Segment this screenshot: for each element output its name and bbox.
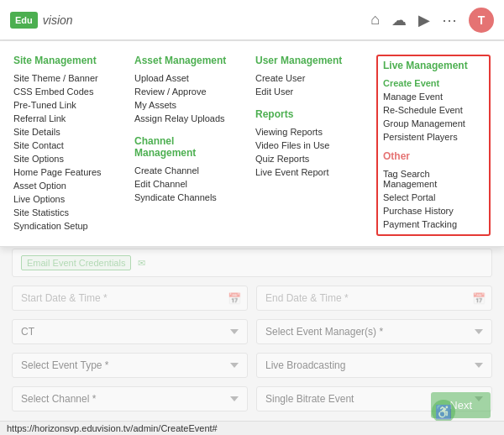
event-type-select[interactable]: Select Event Type * xyxy=(12,353,248,378)
menu-syndicate-channels[interactable]: Syndicate Channels xyxy=(134,191,235,204)
end-date-group: 📅 xyxy=(256,286,492,311)
reports-title: Reports xyxy=(255,108,356,120)
accessibility-button[interactable]: ♿ xyxy=(432,400,455,423)
menu-live-event-report[interactable]: Live Event Report xyxy=(255,165,356,179)
live-management-column: Live Management Create Event Manage Even… xyxy=(376,55,491,236)
menu-create-event[interactable]: Create Event xyxy=(383,76,484,90)
menu-site-contact[interactable]: Site Contact xyxy=(13,139,114,152)
stream-type-group: Live Broadcasting xyxy=(256,353,492,378)
start-date-wrapper: 📅 xyxy=(12,286,248,311)
menu-site-options[interactable]: Site Options xyxy=(13,152,114,165)
avatar[interactable]: T xyxy=(469,8,494,33)
channel-select[interactable]: Select Channel * xyxy=(12,386,248,411)
timezone-group: CT xyxy=(12,319,248,344)
menu-upload-asset[interactable]: Upload Asset xyxy=(134,71,235,85)
live-management-title: Live Management xyxy=(383,60,484,71)
email-icon: ✉ xyxy=(138,258,145,269)
logo-text: vision xyxy=(43,13,73,27)
menu-syndication[interactable]: Syndication Setup xyxy=(13,219,114,233)
calendar-icon-start: 📅 xyxy=(228,292,241,305)
menu-asset-option[interactable]: Asset Option xyxy=(13,179,114,192)
menu-edit-channel[interactable]: Edit Channel xyxy=(134,177,235,191)
event-manager-select[interactable]: Select Event Manager(s) * xyxy=(256,319,492,344)
menu-tag-search[interactable]: Tag Search Management xyxy=(383,167,484,191)
menu-pre-tuned[interactable]: Pre-Tuned Link xyxy=(13,98,114,112)
start-date-input[interactable] xyxy=(12,286,248,311)
channel-management-title: Channel Management xyxy=(134,135,235,159)
asset-channel-column: Asset Management Upload Asset Review / A… xyxy=(134,55,235,236)
menu-live-options[interactable]: Live Options xyxy=(13,192,114,206)
menu-manage-event[interactable]: Manage Event xyxy=(383,90,484,103)
asset-management-section: Asset Management Upload Asset Review / A… xyxy=(134,55,235,125)
menu-video-files[interactable]: Video Files in Use xyxy=(255,139,356,152)
home-icon[interactable]: ⌂ xyxy=(370,11,380,29)
channel-group: Select Channel * xyxy=(12,386,248,411)
menu-purchase-history[interactable]: Purchase History xyxy=(383,204,484,218)
logo-icon: Edu xyxy=(10,12,38,29)
menu-my-assets[interactable]: My Assets xyxy=(134,98,235,112)
menu-site-theme[interactable]: Site Theme / Banner xyxy=(13,71,114,85)
menu-create-user[interactable]: Create User xyxy=(255,71,356,85)
user-management-section: User Management Create User Edit User xyxy=(255,55,356,98)
start-date-group: 📅 xyxy=(12,286,248,311)
menu-home-features[interactable]: Home Page Features xyxy=(13,165,114,179)
menu-viewing-reports[interactable]: Viewing Reports xyxy=(255,125,356,139)
menu-group-management[interactable]: Group Management xyxy=(383,117,484,130)
channel-management-section: Channel Management Create Channel Edit C… xyxy=(134,135,235,204)
calendar-icon-end: 📅 xyxy=(472,292,486,305)
header-actions: ⌂ ☁ ▶ ⋯ T xyxy=(370,8,494,33)
menu-select-portal[interactable]: Select Portal xyxy=(383,191,484,204)
end-date-input[interactable] xyxy=(256,286,492,311)
timezone-select[interactable]: CT xyxy=(12,319,248,344)
stream-type-select[interactable]: Live Broadcasting xyxy=(256,353,492,378)
date-row: 📅 📅 xyxy=(12,286,492,311)
channel-bitrate-row: Select Channel * Single Bitrate Event xyxy=(12,386,492,411)
grid-icon[interactable]: ⋯ xyxy=(442,11,457,29)
event-type-group: Select Event Type * xyxy=(12,353,248,378)
reports-section: Reports Viewing Reports Video Files in U… xyxy=(255,108,356,179)
timezone-manager-row: CT Select Event Manager(s) * xyxy=(12,319,492,344)
email-tag: Email Event Credentials xyxy=(21,255,131,270)
mega-menu: Site Management Site Theme / Banner CSS … xyxy=(0,40,504,247)
user-reports-column: User Management Create User Edit User Re… xyxy=(255,55,356,236)
cloud-icon[interactable]: ☁ xyxy=(391,11,407,29)
other-title: Other xyxy=(383,150,484,162)
event-stream-row: Select Event Type * Live Broadcasting xyxy=(12,353,492,378)
url-bar: https://horizonsvp.eduvision.tv/admin/Cr… xyxy=(0,421,504,435)
menu-edit-user[interactable]: Edit User xyxy=(255,85,356,98)
menu-assign-relay[interactable]: Assign Relay Uploads xyxy=(134,112,235,125)
header: Edu vision ⌂ ☁ ▶ ⋯ T xyxy=(0,0,504,40)
video-icon[interactable]: ▶ xyxy=(418,11,430,29)
menu-create-channel[interactable]: Create Channel xyxy=(134,164,235,177)
menu-payment-tracking[interactable]: Payment Tracking xyxy=(383,218,484,231)
site-management-column: Site Management Site Theme / Banner CSS … xyxy=(13,55,114,236)
event-manager-group: Select Event Manager(s) * xyxy=(256,319,492,344)
menu-persistent-players[interactable]: Persistent Players xyxy=(383,130,484,144)
end-date-wrapper: 📅 xyxy=(256,286,492,311)
site-management-title: Site Management xyxy=(13,55,114,66)
user-management-title: User Management xyxy=(255,55,356,66)
menu-site-statistics[interactable]: Site Statistics xyxy=(13,206,114,219)
menu-css-embed[interactable]: CSS Embed Codes xyxy=(13,85,114,98)
asset-management-title: Asset Management xyxy=(134,55,235,66)
menu-review-approve[interactable]: Review / Approve xyxy=(134,85,235,98)
menu-reschedule-event[interactable]: Re-Schedule Event xyxy=(383,103,484,117)
menu-referral[interactable]: Referral Link xyxy=(13,112,114,125)
menu-quiz-reports[interactable]: Quiz Reports xyxy=(255,152,356,165)
menu-site-details[interactable]: Site Details xyxy=(13,125,114,139)
logo: Edu vision xyxy=(10,12,73,29)
